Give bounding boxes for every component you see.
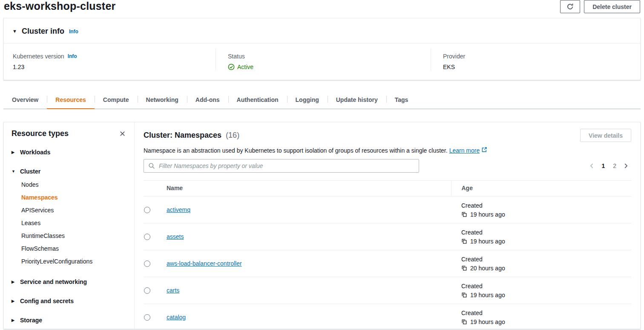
radio-column-header bbox=[144, 181, 167, 197]
pagination-prev-button[interactable] bbox=[589, 163, 595, 169]
field-label-text: Provider bbox=[443, 53, 465, 60]
cluster-info-field-status: StatusActive bbox=[216, 49, 431, 70]
description-text: Namespace is an abstraction used by Kube… bbox=[144, 147, 448, 154]
learn-more-link[interactable]: Learn more bbox=[449, 147, 488, 154]
pagination-page-1[interactable]: 1 bbox=[601, 162, 605, 169]
tab-networking[interactable]: Networking bbox=[138, 91, 187, 109]
field-value: Active bbox=[228, 64, 431, 70]
namespace-link[interactable]: catalog bbox=[167, 314, 186, 321]
namespace-link[interactable]: carts bbox=[167, 287, 179, 294]
page-numbers: 12 bbox=[601, 162, 616, 169]
group-label: Storage bbox=[20, 317, 42, 324]
age-value: 19 hours ago bbox=[461, 292, 631, 298]
tab-compute[interactable]: Compute bbox=[95, 91, 138, 109]
cluster-info-info-link[interactable]: Info bbox=[69, 29, 78, 35]
field-label: Provider bbox=[443, 53, 640, 60]
chevron-right-icon bbox=[623, 163, 629, 169]
sidebar-group-header-workloads[interactable]: ▶Workloads bbox=[12, 147, 126, 157]
refresh-button[interactable] bbox=[560, 0, 580, 13]
row-radio[interactable] bbox=[144, 207, 150, 213]
delete-cluster-button[interactable]: Delete cluster bbox=[584, 0, 640, 13]
caret-right-icon: ▶ bbox=[12, 151, 16, 154]
namespaces-title-text: Cluster: Namespaces bbox=[144, 131, 221, 139]
copy-icon bbox=[461, 265, 467, 271]
tab-logging[interactable]: Logging bbox=[287, 91, 328, 109]
sidebar-item-namespaces[interactable]: Namespaces bbox=[21, 191, 126, 204]
age-value: 20 hours ago bbox=[461, 265, 631, 272]
field-value: 1.23 bbox=[13, 64, 216, 70]
sidebar-group-header-config-and-secrets[interactable]: ▶Config and secrets bbox=[12, 296, 126, 306]
tab-tags[interactable]: Tags bbox=[386, 91, 417, 109]
group-items: NodesNamespacesAPIServicesLeasesRuntimeC… bbox=[21, 178, 126, 268]
age-cell: Created20 hours ago bbox=[451, 250, 631, 277]
filter-input[interactable] bbox=[144, 159, 419, 173]
group-label: Service and networking bbox=[20, 278, 87, 285]
eks-cluster-detail-page: eks-workshop-cluster Delete cluster ▼ Cl… bbox=[0, 0, 644, 330]
cluster-info-card: ▼ Cluster info Info Kubernetes versionIn… bbox=[3, 18, 641, 80]
tab-add-ons[interactable]: Add-ons bbox=[187, 91, 228, 109]
name-column-header: Name bbox=[167, 181, 451, 197]
field-value-text: 1.23 bbox=[13, 64, 24, 70]
caret-right-icon: ▶ bbox=[12, 299, 16, 303]
sidebar-item-leases[interactable]: Leases bbox=[21, 217, 126, 229]
learn-more-text: Learn more bbox=[449, 147, 480, 154]
row-radio[interactable] bbox=[144, 287, 150, 294]
sidebar-item-nodes[interactable]: Nodes bbox=[21, 178, 126, 191]
sidebar-group-header-service-and-networking[interactable]: ▶Service and networking bbox=[12, 277, 126, 287]
table-header-row: Name Age bbox=[144, 181, 631, 197]
namespace-link[interactable]: aws-load-balancer-controller bbox=[167, 260, 242, 267]
sidebar-item-flowschemas[interactable]: FlowSchemas bbox=[21, 242, 126, 255]
tab-update-history[interactable]: Update history bbox=[328, 91, 386, 109]
namespaces-header: Cluster: Namespaces (16) View details bbox=[144, 129, 631, 142]
sidebar-group-header-storage[interactable]: ▶Storage bbox=[12, 315, 126, 325]
group-label: Config and secrets bbox=[20, 298, 74, 304]
caret-right-icon: ▶ bbox=[12, 318, 16, 322]
sidebar-title: Resource types bbox=[12, 129, 69, 138]
row-radio[interactable] bbox=[144, 261, 150, 267]
external-link-icon bbox=[481, 147, 487, 153]
tab-authentication[interactable]: Authentication bbox=[228, 91, 287, 109]
pagination-next-button[interactable] bbox=[623, 163, 629, 169]
field-label-text: Kubernetes version bbox=[13, 53, 64, 60]
collapse-caret-icon[interactable]: ▼ bbox=[12, 29, 17, 34]
sidebar-group-cluster: ▼ClusterNodesNamespacesAPIServicesLeases… bbox=[12, 166, 126, 268]
table-row: cartsCreated19 hours ago bbox=[144, 277, 631, 304]
field-value-text: Active bbox=[237, 64, 253, 70]
sidebar-item-prioritylevelconfigurations[interactable]: PriorityLevelConfigurations bbox=[21, 255, 126, 268]
radio-cell bbox=[144, 277, 167, 304]
table-row: catalogCreated19 hours ago bbox=[144, 304, 631, 330]
copy-icon bbox=[461, 319, 467, 325]
sidebar-group-header-cluster[interactable]: ▼Cluster bbox=[12, 166, 126, 177]
filter-box bbox=[144, 159, 419, 173]
namespace-link[interactable]: assets bbox=[167, 233, 184, 240]
radio-cell bbox=[144, 223, 167, 250]
refresh-icon bbox=[566, 3, 574, 10]
view-details-button[interactable]: View details bbox=[580, 129, 631, 142]
row-radio[interactable] bbox=[144, 314, 150, 321]
header-actions: Delete cluster bbox=[560, 0, 640, 13]
cluster-tabs: OverviewResourcesComputeNetworkingAdd-on… bbox=[3, 91, 641, 109]
field-label: Kubernetes versionInfo bbox=[13, 53, 216, 60]
sidebar-item-runtimeclasses[interactable]: RuntimeClasses bbox=[21, 229, 126, 242]
row-radio[interactable] bbox=[144, 234, 150, 240]
close-icon bbox=[119, 130, 126, 137]
namespaces-table: Name Age activemqCreated19 hours agoasse… bbox=[144, 180, 631, 329]
group-label: Cluster bbox=[20, 168, 40, 175]
name-cell: carts bbox=[167, 277, 451, 304]
sidebar-item-apiservices[interactable]: APIServices bbox=[21, 204, 126, 217]
tab-overview[interactable]: Overview bbox=[3, 91, 47, 109]
resource-types-sidebar: Resource types ▶Workloads▼ClusterNodesNa… bbox=[4, 122, 135, 329]
tab-resources[interactable]: Resources bbox=[47, 91, 95, 109]
age-value: 19 hours ago bbox=[461, 318, 631, 325]
field-label-text: Status bbox=[228, 53, 245, 60]
close-sidebar-button[interactable] bbox=[118, 130, 126, 138]
field-info-link[interactable]: Info bbox=[68, 53, 77, 59]
field-value-text: EKS bbox=[443, 64, 455, 70]
age-created-label: Created bbox=[461, 202, 631, 209]
namespace-link[interactable]: activemq bbox=[167, 206, 190, 213]
namespaces-description: Namespace is an abstraction used by Kube… bbox=[144, 147, 631, 154]
chevron-left-icon bbox=[589, 163, 595, 169]
namespaces-main: Cluster: Namespaces (16) View details Na… bbox=[135, 122, 640, 329]
pagination-page-2[interactable]: 2 bbox=[613, 162, 616, 169]
age-cell: Created19 hours ago bbox=[451, 197, 631, 223]
